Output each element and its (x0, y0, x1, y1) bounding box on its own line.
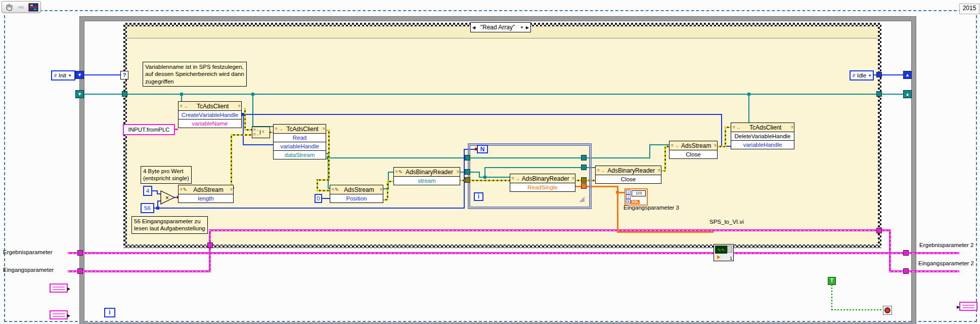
invoke-node-createvariablehandle[interactable]: ?!→TcAdsClient?! CreateVariableHandle va… (178, 101, 242, 128)
enum-icon: ⇵ (54, 73, 57, 78)
class-label: AdsBinaryReader (520, 175, 570, 182)
loop-tunnel-cluster[interactable] (77, 250, 83, 256)
comment-variablenname[interactable]: Variablenname ist in SPS festzulegen, au… (143, 62, 247, 87)
hand-tool-icon[interactable] (4, 3, 14, 12)
error-wire (664, 146, 669, 147)
string-constant-inputfromplc[interactable]: INPUT.fromPLC (123, 124, 175, 135)
method-row[interactable]: DeleteVariableHandle (731, 132, 794, 140)
for-iteration-terminal[interactable]: i (474, 192, 483, 201)
case-next-icon[interactable]: ▶ (526, 25, 529, 30)
error-out-icon: ?! (379, 188, 382, 191)
for-tunnel-index-out[interactable] (581, 183, 587, 189)
shift-register-left-class[interactable]: ▼ (75, 90, 84, 98)
while-iteration-terminal[interactable]: i (104, 308, 115, 317)
comment-line: zugegriffen (145, 78, 244, 85)
for-count-terminal[interactable]: N (477, 145, 488, 153)
param-row[interactable]: dataStream (274, 150, 326, 159)
enum-constant-init[interactable]: ⇵Init▼ (51, 70, 75, 80)
method-row[interactable]: Close (670, 150, 717, 158)
case-tunnel-class-right[interactable] (876, 91, 882, 97)
node-header: ?!→TcAdsClient?! (274, 125, 326, 133)
loop-tunnel-cluster[interactable] (77, 268, 83, 274)
numeric-icon: 123 (632, 190, 646, 196)
case-tunnel-cluster-right[interactable] (876, 228, 882, 233)
enum-icon: ⇵ (852, 73, 856, 78)
error-wire (231, 134, 232, 189)
sr-down-icon: ▼ (77, 72, 82, 77)
enum-constant-idle[interactable]: ⇵Idle▼ (850, 70, 874, 80)
case-dropdown-icon[interactable]: ▼ (520, 25, 524, 30)
indicator-arrow-icon: ▶ (957, 305, 960, 309)
control-terminal-eingangsparameter[interactable]: ▶ (50, 310, 68, 319)
label-subvi: SPS_to_VI.vi (709, 219, 744, 225)
cluster-glyph (962, 304, 974, 308)
loop-condition-terminal[interactable] (883, 306, 892, 315)
case-selector-terminal[interactable]: ? (120, 71, 128, 79)
invoke-node-readsingle[interactable]: ?!→AdsBinaryReader?! ReadSingle (510, 174, 575, 192)
case-prev-icon[interactable]: ◀ (472, 25, 475, 30)
numeric-constant-56[interactable]: 56 (141, 203, 154, 213)
case-tunnel-class-left[interactable] (122, 91, 127, 97)
invoke-node-read[interactable]: ?!→TcAdsClient?! Read variableHandle dat… (273, 124, 326, 159)
method-row[interactable]: Close (596, 175, 661, 183)
case-selector-label[interactable]: "Read Array" (477, 24, 518, 31)
loop-tunnel-cluster[interactable] (903, 268, 909, 274)
for-tunnel-error[interactable] (581, 177, 587, 183)
error-wire (244, 129, 252, 131)
multiply-node[interactable]: × (160, 189, 176, 208)
method-row[interactable]: Read (274, 133, 326, 142)
cluster-wire (908, 252, 959, 254)
invoke-node-binaryreader-close[interactable]: ?!→AdsBinaryReader?! Close (595, 166, 661, 184)
index-k: k (626, 199, 631, 204)
param-row[interactable]: variableHandle (731, 140, 794, 149)
shift-register-right-class[interactable]: ▲ (903, 90, 912, 98)
invoke-node-deletevariablehandle[interactable]: ?!→TcAdsClient?! DeleteVariableHandle va… (731, 123, 794, 149)
merge-errors-node[interactable]: ?!→?!→ ?! (252, 127, 270, 138)
error-wire (317, 190, 330, 191)
method-row[interactable]: ReadSingle (510, 183, 575, 191)
error-in-icon: ?! (511, 177, 514, 180)
case-tunnel-state[interactable] (876, 72, 882, 77)
class-label: TcAdsClient (284, 126, 321, 133)
control-terminal-ergebnisparameter[interactable]: ▶ (50, 284, 68, 293)
for-tunnel-class[interactable] (465, 169, 470, 175)
property-node-length[interactable]: ?!✎AdsStream?! length (178, 185, 234, 203)
param-row[interactable]: variableHandle (274, 142, 326, 150)
array-indicator-eingangsparameter3[interactable]: iik 123 SGL (625, 188, 648, 206)
for-tunnel-class[interactable] (581, 155, 587, 160)
invoke-icon: → (515, 176, 520, 181)
for-tunnel-error[interactable] (465, 177, 470, 183)
comment-56params[interactable]: 56 Eingangsparameter zu lesen laut Aufga… (131, 216, 208, 234)
error-wire (317, 179, 318, 191)
boolean-true-constant[interactable]: T (828, 277, 836, 285)
comment-4byte[interactable]: 4 Byte pro Wert (entspricht single) (141, 166, 192, 184)
property-row[interactable]: length (179, 194, 233, 202)
indicator-terminal-ergebnisparameter2[interactable]: ▶ (959, 302, 977, 311)
for-tunnel-class[interactable] (465, 155, 470, 160)
property-row[interactable]: Position (330, 194, 383, 202)
case-tunnel-cluster-bottom[interactable] (207, 242, 213, 248)
class-wire (252, 94, 253, 127)
error-out-icon: ?! (456, 170, 459, 174)
param-row[interactable]: variableName (179, 119, 241, 128)
invoke-node-adsstream-close[interactable]: ?!→AdsStream?! Close (669, 141, 718, 159)
method-row[interactable]: CreateVariableHandle (179, 110, 241, 119)
numeric-constant-4[interactable]: 4 (143, 186, 152, 196)
for-resize-handle[interactable] (579, 196, 585, 202)
property-node-position[interactable]: ?!✎AdsStream?! Position (330, 185, 383, 203)
shift-register-right-state[interactable]: ▲ (903, 71, 912, 79)
for-tunnel-class[interactable] (581, 165, 587, 170)
loop-tunnel-cluster[interactable] (903, 250, 909, 256)
shift-register-left-state[interactable]: ▼ (75, 71, 84, 79)
property-row[interactable]: stream (394, 176, 460, 185)
enum-dropdown-icon: ▼ (68, 73, 72, 78)
navigate-arrow-icon[interactable]: ⇨ (16, 3, 26, 12)
vi-diagram-icon[interactable] (28, 3, 38, 12)
case-selector[interactable]: ◀ "Read Array" ▼ ▶ (470, 22, 531, 32)
comment-line: 56 Eingangsparameter zu (134, 218, 205, 225)
class-label: AdsBinaryReader (606, 167, 656, 174)
control-arrow-icon: ▶ (67, 287, 70, 291)
property-node-stream[interactable]: ?!✎AdsBinaryReader?! stream (393, 167, 460, 185)
numeric-constant-0[interactable]: 0 (315, 194, 322, 203)
subvi-sps-to-vi[interactable]: ∿∿ 1 (714, 244, 734, 261)
